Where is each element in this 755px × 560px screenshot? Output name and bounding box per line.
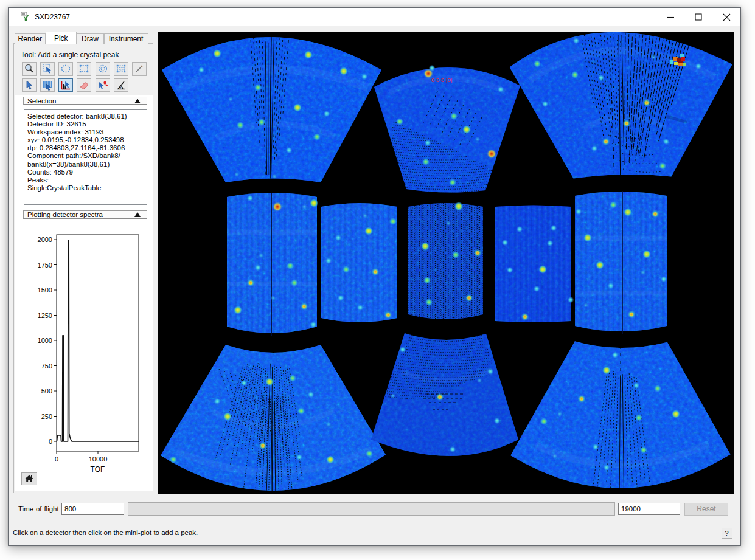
svg-text:1500: 1500 (38, 286, 52, 294)
svg-text:1250: 1250 (38, 312, 52, 319)
svg-text:250: 250 (41, 413, 52, 420)
svg-text:θ: θ (119, 85, 121, 89)
svg-text:1000: 1000 (38, 337, 52, 344)
svg-text:10000: 10000 (89, 455, 108, 463)
svg-text:0 0 0 [0]: 0 0 0 [0] (431, 77, 452, 83)
svg-text:500: 500 (41, 387, 52, 395)
svg-text:0: 0 (55, 455, 58, 463)
svg-text:750: 750 (41, 362, 52, 370)
svg-text:TOF: TOF (91, 465, 105, 474)
svg-text:0: 0 (49, 438, 52, 445)
svg-text:1750: 1750 (38, 261, 52, 269)
svg-text:2000: 2000 (38, 236, 52, 243)
